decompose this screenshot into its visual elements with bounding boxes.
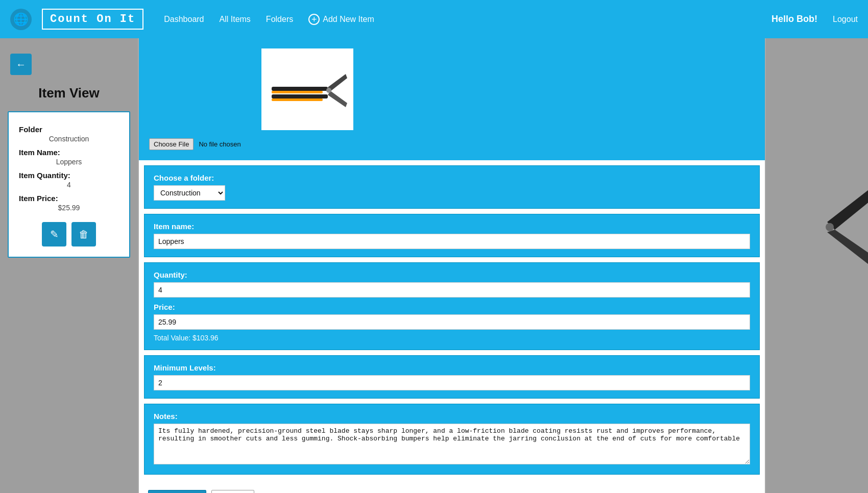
price-input[interactable] (154, 314, 750, 330)
logout-button[interactable]: Logout (833, 15, 858, 24)
right-bleed (766, 38, 868, 493)
price-label: Price: (154, 303, 750, 311)
back-button[interactable]: ← (10, 54, 32, 75)
svg-marker-8 (827, 230, 868, 268)
save-button[interactable]: Save Item (148, 490, 206, 493)
delete-button[interactable]: 🗑 (71, 222, 96, 246)
delete-icon: 🗑 (79, 229, 89, 240)
form-panel: Choose File No file chosen Choose a fold… (138, 38, 766, 493)
svg-rect-1 (272, 91, 323, 93)
svg-rect-2 (272, 94, 328, 98)
edit-button[interactable]: ✎ (42, 222, 66, 246)
edit-icon: ✎ (50, 228, 59, 240)
add-new-item-button[interactable]: + Add New Item (308, 14, 374, 25)
item-image-box (261, 48, 353, 130)
svg-marker-5 (328, 91, 347, 107)
item-actions: ✎ 🗑 (19, 222, 119, 246)
svg-rect-0 (272, 87, 328, 91)
no-file-label: No file chosen (199, 140, 240, 148)
item-name-input[interactable] (154, 234, 750, 249)
choose-folder-label: Choose a folder: (154, 174, 750, 182)
min-levels-input[interactable] (154, 375, 750, 390)
notes-label: Notes: (154, 412, 750, 421)
item-price-label: Item Price: (19, 194, 119, 203)
total-value-text: Total Value: $103.96 (154, 334, 750, 342)
globe-icon: 🌐 (10, 9, 32, 30)
back-arrow-icon: ← (16, 59, 26, 70)
item-price-value: $25.99 (19, 204, 119, 212)
folder-value: Construction (19, 135, 119, 143)
quantity-label: Quantity: (154, 270, 750, 279)
image-section: Choose File No file chosen (139, 38, 765, 160)
page-title: Item View (0, 85, 138, 101)
nav-all-items[interactable]: All Items (220, 15, 251, 24)
right-bleed-image (786, 181, 868, 283)
header: 🌐 Count On It Dashboard All Items Folder… (0, 0, 868, 38)
min-levels-label: Minimum Levels: (154, 363, 750, 372)
greeting-text: Hello Bob! (771, 14, 817, 24)
nav-folders[interactable]: Folders (266, 15, 293, 24)
svg-rect-3 (272, 98, 323, 101)
quantity-price-section: Quantity: Price: Total Value: $103.96 (144, 262, 760, 350)
min-levels-section: Minimum Levels: (144, 355, 760, 399)
file-input-row: Choose File No file chosen (149, 138, 241, 150)
app-logo: Count On It (42, 9, 143, 30)
quantity-input[interactable] (154, 282, 750, 298)
header-right: Hello Bob! Logout (771, 14, 858, 24)
notes-textarea[interactable]: Its fully hardened, precision-ground ste… (154, 424, 750, 464)
svg-point-6 (326, 88, 331, 93)
item-quantity-label: Item Quantity: (19, 171, 119, 180)
main-content: ← Item View Folder Construction Item Nam… (0, 38, 868, 493)
folder-section: Choose a folder: Construction General Ou… (144, 165, 760, 209)
add-circle-icon: + (308, 14, 320, 25)
svg-marker-7 (827, 186, 868, 230)
main-nav: Dashboard All Items Folders (164, 15, 293, 24)
item-image (267, 54, 348, 125)
notes-section: Notes: Its fully hardened, precision-gro… (144, 404, 760, 475)
item-name-label: Item Name: (19, 148, 119, 157)
item-name-value: Loppers (19, 158, 119, 166)
item-name-section: Item name: (144, 214, 760, 257)
item-info-card: Folder Construction Item Name: Loppers I… (8, 111, 130, 258)
folder-select[interactable]: Construction General Outdoor Tools (154, 185, 225, 201)
nav-dashboard[interactable]: Dashboard (164, 15, 204, 24)
folder-label: Folder (19, 125, 119, 134)
button-row: Save Item Cancel (139, 480, 765, 493)
choose-file-button[interactable]: Choose File (149, 138, 194, 150)
sidebar: ← Item View Folder Construction Item Nam… (0, 38, 138, 493)
cancel-button[interactable]: Cancel (211, 490, 255, 493)
svg-point-9 (826, 223, 834, 231)
item-quantity-value: 4 (19, 181, 119, 189)
item-name-field-label: Item name: (154, 222, 750, 231)
